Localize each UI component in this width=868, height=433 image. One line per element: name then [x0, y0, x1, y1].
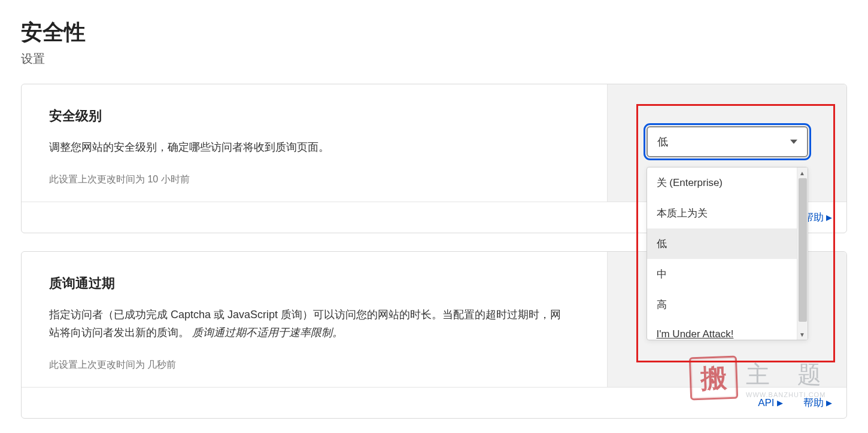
- security-level-card: 安全级别 调整您网站的安全级别，确定哪些访问者将收到质询页面。 此设置上次更改时…: [21, 84, 847, 233]
- option-under-attack[interactable]: I'm Under Attack!: [647, 320, 808, 340]
- scroll-thumb[interactable]: [799, 178, 807, 322]
- challenge-passage-meta: 此设置上次更改时间为 几秒前: [49, 359, 579, 371]
- security-level-title: 安全级别: [49, 107, 579, 125]
- option-low[interactable]: 低: [647, 228, 808, 259]
- option-high[interactable]: 高: [647, 289, 808, 320]
- chevron-right-icon: ▶: [826, 213, 832, 222]
- chevron-right-icon: ▶: [826, 398, 832, 407]
- option-essentially-off[interactable]: 本质上为关: [647, 198, 808, 228]
- option-off-enterprise[interactable]: 关 (Enterprise): [647, 167, 808, 198]
- page-title: 安全性: [21, 18, 847, 47]
- scroll-down-icon[interactable]: ▼: [797, 329, 808, 340]
- challenge-passage-desc: 指定访问者（已成功完成 Captcha 或 JavaScript 质询）可以访问…: [49, 306, 570, 342]
- challenge-passage-desc-note: 质询通过期不适用于速率限制。: [192, 327, 343, 339]
- dropdown-icon: [790, 140, 797, 144]
- chevron-right-icon: ▶: [777, 398, 783, 407]
- watermark-text: 主 题: [746, 358, 832, 391]
- option-medium[interactable]: 中: [647, 259, 808, 289]
- challenge-passage-title: 质询通过期: [49, 275, 579, 292]
- security-level-meta: 此设置上次更改时间为 10 小时前: [49, 173, 579, 186]
- security-level-select[interactable]: 低: [647, 126, 808, 157]
- options-scrollbar[interactable]: ▲ ▼: [797, 167, 808, 340]
- page-subtitle: 设置: [21, 51, 847, 67]
- security-level-select-value: 低: [657, 135, 668, 149]
- security-level-options: 关 (Enterprise) 本质上为关 低 中 高 I'm Under Att…: [647, 167, 808, 340]
- security-level-desc: 调整您网站的安全级别，确定哪些访问者将收到质询页面。: [49, 138, 570, 157]
- scroll-up-icon[interactable]: ▲: [797, 167, 808, 178]
- watermark-seal: 搬: [689, 356, 738, 401]
- watermark-url: WWW.BANZHUTI.COM: [746, 391, 832, 398]
- watermark: 搬 主 题 WWW.BANZHUTI.COM: [690, 356, 832, 400]
